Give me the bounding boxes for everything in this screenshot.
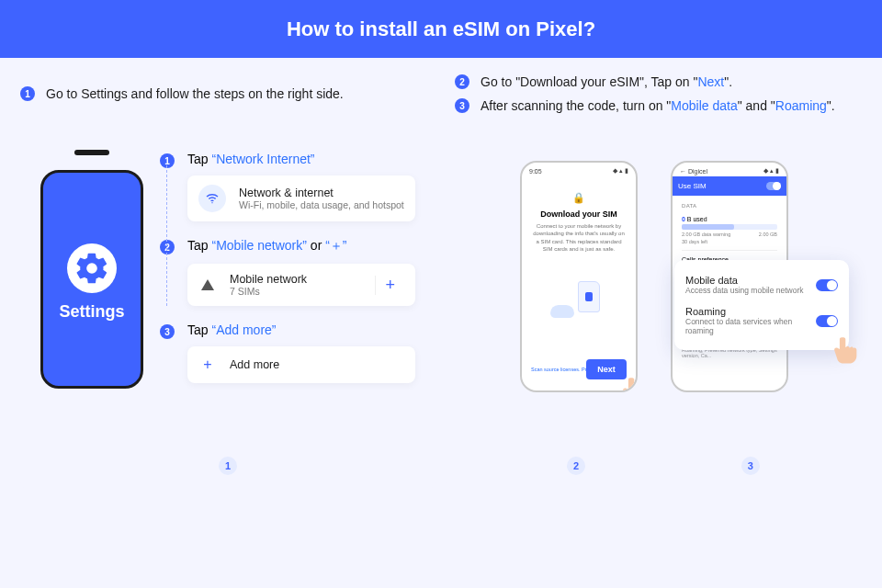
- download-sim-desc: Connect to your mobile network by downlo…: [531, 222, 627, 254]
- settings-label: Settings: [59, 302, 124, 322]
- mobile-data-row[interactable]: Mobile data Access data using mobile net…: [685, 269, 838, 300]
- status-bar: ← Digicel ◆ ▴ ▮: [673, 163, 786, 175]
- tile-sub: 7 SIMs: [230, 286, 362, 297]
- panel-badge-3: 3: [741, 457, 760, 475]
- status-bar: 9:05 ◆ ▴ ▮: [522, 163, 636, 175]
- step-badge: 2: [160, 240, 175, 254]
- panel-badge-2: 2: [567, 457, 585, 475]
- roaming-toggle[interactable]: [816, 315, 838, 327]
- phone-notch: [74, 150, 109, 155]
- step-label: Tap “Add more”: [187, 322, 415, 337]
- panel-right: 9:05 ◆ ▴ ▮ 🔒 Download your SIM Connect t…: [447, 126, 862, 488]
- panels: Settings 1 Tap “Network Internet”: [0, 126, 882, 508]
- mobile-data-toggle[interactable]: [816, 279, 838, 291]
- tile-sub: Wi-Fi, mobile, data usage, and hotspot: [239, 199, 404, 210]
- intro-text: After scanning the code, turn on "Mobile…: [481, 98, 835, 113]
- mobile-network-tile[interactable]: Mobile network 7 SIMs +: [187, 264, 415, 306]
- toggles-overlay: Mobile data Access data using mobile net…: [674, 260, 849, 350]
- settings-phone: Settings: [40, 170, 143, 389]
- panel-left: Settings 1 Tap “Network Internet”: [20, 126, 435, 488]
- intro-text: Go to "Download your eSIM", Tap on "Next…: [481, 74, 732, 89]
- sim-illustration: [547, 281, 611, 318]
- page-title: How to install an eSIM on Pixel?: [287, 17, 595, 41]
- intro-bullet-3: 3 After scanning the code, turn on "Mobi…: [455, 98, 862, 113]
- lock-icon: 🔒: [572, 191, 585, 204]
- panel-badge-1: 1: [219, 457, 237, 475]
- status-icons: ◆ ▴ ▮: [613, 167, 628, 175]
- step-connector: [166, 161, 167, 306]
- mobile-data-link: Mobile data: [671, 98, 737, 113]
- add-sim-plus-icon[interactable]: +: [375, 276, 404, 295]
- step-2: 2 Tap “Mobile network” or “＋” Mobile net…: [160, 238, 415, 306]
- bullet-badge: 3: [455, 98, 469, 113]
- wifi-icon: [198, 185, 226, 212]
- status-icons: ◆ ▴ ▮: [763, 167, 779, 175]
- intro-right: 2 Go to "Download your eSIM", Tap on "Ne…: [455, 74, 862, 113]
- use-sim-row[interactable]: Use SIM: [671, 176, 788, 196]
- network-internet-tile[interactable]: Network & internet Wi-Fi, mobile, data u…: [187, 175, 415, 221]
- svg-point-0: [211, 202, 212, 203]
- download-sim-title: Download your SIM: [531, 209, 627, 219]
- download-sim-phone: 9:05 ◆ ▴ ▮ 🔒 Download your SIM Connect t…: [520, 161, 638, 392]
- pointer-hand-icon: [831, 334, 862, 368]
- roaming-row[interactable]: Roaming Connect to data services when ro…: [685, 300, 838, 341]
- next-link: Next: [697, 74, 724, 89]
- intro-section: 1 Go to Settings and follow the steps on…: [0, 58, 882, 126]
- intro-text: Go to Settings and follow the steps on t…: [46, 86, 344, 101]
- settings-gear-icon: [67, 243, 117, 293]
- step-3: 3 Tap “Add more” + Add more: [160, 322, 415, 383]
- bullet-badge: 2: [455, 74, 469, 89]
- pointer-hand-icon: [619, 374, 638, 392]
- step-1: 1 Tap “Network Internet” Network & inter…: [160, 152, 415, 221]
- data-gauge: [682, 224, 777, 230]
- intro-left: 1 Go to Settings and follow the steps on…: [20, 74, 427, 113]
- bullet-badge: 1: [20, 86, 35, 101]
- step-label: Tap “Mobile network” or “＋”: [187, 238, 415, 254]
- use-sim-toggle[interactable]: [766, 182, 781, 190]
- intro-bullet-2: 2 Go to "Download your eSIM", Tap on "Ne…: [455, 74, 862, 89]
- step-badge: 3: [160, 324, 175, 339]
- tile-title: Network & internet: [239, 187, 404, 199]
- plus-icon: +: [198, 356, 217, 374]
- data-used-row: 0 B used 2.00 GB data warning2.00 GB 30 …: [682, 210, 777, 251]
- step-label: Tap “Network Internet”: [187, 152, 415, 166]
- section-data: Data: [682, 199, 777, 210]
- roaming-link: Roaming: [775, 98, 827, 113]
- tile-title: Mobile network: [230, 273, 362, 286]
- signal-icon: [198, 276, 217, 294]
- add-more-tile[interactable]: + Add more: [187, 346, 415, 383]
- header: How to install an eSIM on Pixel?: [0, 0, 882, 58]
- steps-list: 1 Tap “Network Internet” Network & inter…: [160, 152, 415, 389]
- tile-title: Add more: [230, 358, 404, 371]
- intro-bullet-1: 1 Go to Settings and follow the steps on…: [20, 86, 427, 101]
- step-badge: 1: [160, 153, 175, 168]
